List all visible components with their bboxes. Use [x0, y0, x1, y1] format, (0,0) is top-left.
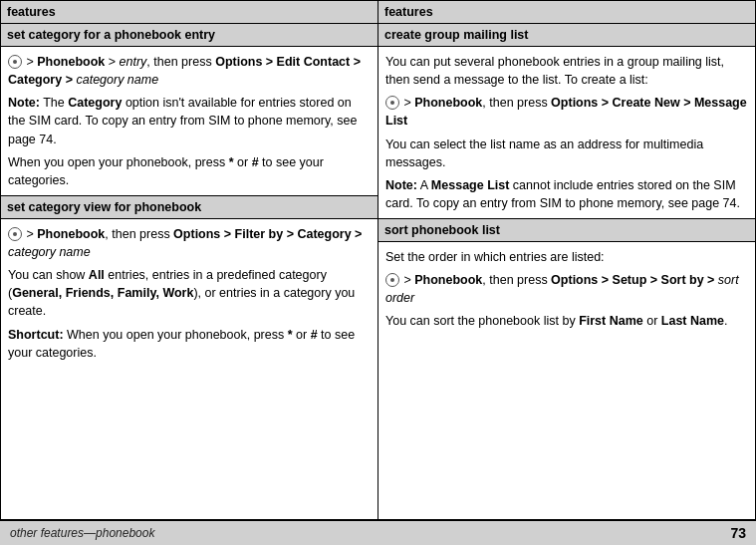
right-s2-p3: You can sort the phonebook list by First… [385, 312, 748, 330]
left-section2-header: set category view for phonebook [1, 195, 378, 219]
left-s1-p3: When you open your phonebook, press * or… [8, 153, 371, 189]
left-section1-content: > Phonebook > entry, then press Options … [1, 47, 378, 195]
left-section2-content: > Phonebook, then press Options > Filter… [1, 219, 378, 368]
footer-label: other features—phonebook [10, 526, 154, 540]
right-s1-p3: You can select the list name as an addre… [385, 136, 748, 171]
page-wrapper: features set category for a phonebook en… [0, 0, 756, 545]
right-section2-header: sort phonebook list [378, 218, 755, 242]
nav-bullet-icon4 [385, 273, 399, 287]
right-s2-p1: Set the order in which entries are liste… [385, 248, 748, 266]
right-s1-p2: > Phonebook, then press Options > Create… [385, 94, 748, 130]
main-content: features set category for a phonebook en… [0, 0, 756, 520]
right-column: features create group mailing list You c… [378, 1, 755, 519]
footer: other features—phonebook 73 [0, 520, 756, 545]
left-column: features set category for a phonebook en… [1, 1, 378, 519]
left-s1-p2: Note: The Category option isn't availabl… [8, 94, 371, 147]
right-section1-content: You can put several phonebook entries in… [378, 47, 755, 218]
footer-page-number: 73 [730, 525, 746, 541]
right-col-header: features [378, 1, 755, 24]
nav-bullet-icon3 [385, 96, 399, 110]
nav-bullet-icon2 [8, 227, 22, 241]
left-col-header: features [1, 1, 378, 24]
left-s2-p2: You can show All entries, entries in a p… [8, 266, 371, 320]
left-s2-p3: Shortcut: When you open your phonebook, … [8, 326, 371, 362]
right-s1-p1: You can put several phonebook entries in… [385, 53, 748, 89]
right-s2-p2: > Phonebook, then press Options > Setup … [385, 271, 748, 307]
left-s2-p1: > Phonebook, then press Options > Filter… [8, 225, 371, 261]
nav-bullet-icon [8, 55, 22, 69]
left-s1-p1: > Phonebook > entry, then press Options … [8, 53, 371, 89]
right-s1-p4: Note: A Message List cannot include entr… [385, 176, 748, 212]
left-section1-header: set category for a phonebook entry [1, 24, 378, 47]
right-section1-header: create group mailing list [378, 24, 755, 47]
right-section2-content: Set the order in which entries are liste… [378, 242, 755, 337]
